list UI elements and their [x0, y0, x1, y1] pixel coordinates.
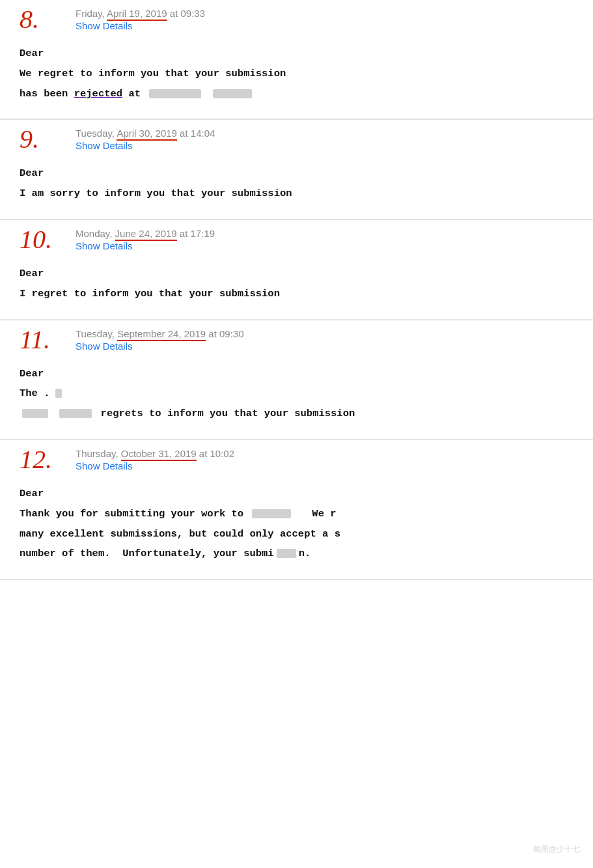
email-header-9: 9. Tuesday, April 30, 2019 at 14:04 Show… — [0, 120, 593, 159]
email-body-10: Dear I regret to inform you that your su… — [0, 259, 593, 320]
email-meta-8: Friday, April 19, 2019 at 09:33 Show Det… — [76, 8, 205, 31]
redacted-dot1 — [55, 389, 62, 398]
email-header-8: 8. Friday, April 19, 2019 at 09:33 Show … — [0, 0, 593, 39]
email-date-10: Monday, June 24, 2019 at 17:19 — [76, 228, 215, 239]
email-item-8: 8. Friday, April 19, 2019 at 09:33 Show … — [0, 0, 593, 120]
email-date-11: Tuesday, September 24, 2019 at 09:30 — [76, 328, 244, 339]
watermark: 截图@少十七 — [533, 844, 580, 855]
email-body-12: Dear Thank you for submitting your work … — [0, 479, 593, 580]
email-header-10: 10. Monday, June 24, 2019 at 17:19 Show … — [0, 220, 593, 259]
redacted-1 — [149, 89, 201, 98]
email-date-8: Friday, April 19, 2019 at 09:33 — [76, 8, 205, 19]
show-details-link-8[interactable]: Show Details — [76, 20, 205, 31]
body-line-11-1: The . — [20, 385, 573, 402]
greeting-9: Dear — [20, 165, 573, 182]
email-number-11: 11. — [20, 327, 65, 353]
date-underlined-10: June 24, 2019 — [115, 228, 177, 241]
email-meta-9: Tuesday, April 30, 2019 at 14:04 Show De… — [76, 128, 215, 151]
email-body-9: Dear I am sorry to inform you that your … — [0, 159, 593, 219]
date-underlined-9: April 30, 2019 — [117, 128, 177, 141]
email-body-11: Dear The . regrets to inform you that yo… — [0, 359, 593, 440]
email-item-11: 11. Tuesday, September 24, 2019 at 09:30… — [0, 320, 593, 440]
body-line-12-1: Thank you for submitting your work to We… — [20, 506, 573, 522]
date-prefix-10: Monday, — [76, 228, 115, 239]
email-item-9: 9. Tuesday, April 30, 2019 at 14:04 Show… — [0, 120, 593, 220]
show-details-link-9[interactable]: Show Details — [76, 140, 215, 151]
greeting-10: Dear — [20, 266, 573, 282]
redacted-11a — [22, 409, 48, 418]
email-item-10: 10. Monday, June 24, 2019 at 17:19 Show … — [0, 220, 593, 320]
date-prefix-11: Tuesday, — [76, 328, 117, 339]
email-body-8: Dear We regret to inform you that your s… — [0, 39, 593, 119]
date-underlined-8: April 19, 2019 — [107, 8, 167, 21]
email-header-12: 12. Thursday, October 31, 2019 at 10:02 … — [0, 440, 593, 479]
body-line-12-3: number of them. Unfortunately, your subm… — [20, 546, 573, 562]
show-details-link-11[interactable]: Show Details — [76, 341, 244, 352]
email-meta-11: Tuesday, September 24, 2019 at 09:30 Sho… — [76, 328, 244, 352]
email-date-12: Thursday, October 31, 2019 at 10:02 — [76, 448, 234, 459]
email-number-10: 10. — [20, 227, 65, 253]
date-underlined-11: September 24, 2019 — [117, 328, 206, 341]
redacted-12a — [252, 509, 291, 518]
show-details-link-12[interactable]: Show Details — [76, 460, 234, 471]
email-date-9: Tuesday, April 30, 2019 at 14:04 — [76, 128, 215, 139]
greeting-12: Dear — [20, 486, 573, 502]
email-item-12: 12. Thursday, October 31, 2019 at 10:02 … — [0, 440, 593, 580]
date-suffix-8: at 09:33 — [167, 8, 205, 19]
redacted-11b — [59, 409, 92, 418]
date-suffix-10: at 17:19 — [177, 228, 215, 239]
body-line-12-2: many excellent submissions, but could on… — [20, 526, 573, 542]
date-prefix-9: Tuesday, — [76, 128, 117, 139]
email-number-8: 8. — [20, 7, 65, 33]
email-meta-10: Monday, June 24, 2019 at 17:19 Show Deta… — [76, 228, 215, 251]
date-suffix-11: at 09:30 — [206, 328, 243, 339]
date-underlined-12: October 31, 2019 — [121, 448, 197, 461]
email-number-9: 9. — [20, 126, 65, 152]
body-line-10-1: I regret to inform you that your submiss… — [20, 286, 573, 302]
body-line-11-2: regrets to inform you that your submissi… — [20, 406, 573, 422]
email-meta-12: Thursday, October 31, 2019 at 10:02 Show… — [76, 448, 234, 471]
greeting-8: Dear — [20, 46, 573, 62]
greeting-11: Dear — [20, 366, 573, 382]
date-suffix-12: at 10:02 — [197, 448, 234, 459]
body-line-8-1: We regret to inform you that your submis… — [20, 66, 573, 82]
email-number-12: 12. — [20, 447, 65, 473]
date-prefix-12: Thursday, — [76, 448, 121, 459]
body-line-8-2: has been rejected at — [20, 86, 573, 102]
rejected-word: rejected — [74, 88, 122, 100]
date-prefix-8: Friday, — [76, 8, 107, 19]
redacted-12b — [277, 549, 296, 558]
redacted-2 — [213, 89, 252, 98]
body-line-9-1: I am sorry to inform you that your submi… — [20, 186, 573, 202]
show-details-link-10[interactable]: Show Details — [76, 240, 215, 251]
email-header-11: 11. Tuesday, September 24, 2019 at 09:30… — [0, 320, 593, 359]
date-suffix-9: at 14:04 — [177, 128, 215, 139]
